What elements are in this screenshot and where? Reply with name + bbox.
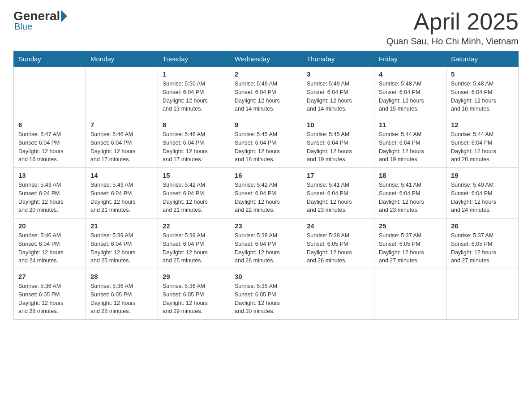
day-number: 18: [379, 171, 442, 179]
calendar-cell: 4Sunrise: 5:48 AM Sunset: 6:04 PM Daylig…: [374, 67, 446, 117]
calendar-cell: [14, 67, 86, 117]
day-number: 25: [379, 222, 442, 230]
page-header: General Blue April 2025 Quan Sau, Ho Chi…: [13, 9, 519, 47]
calendar-cell: 12Sunrise: 5:44 AM Sunset: 6:04 PM Dayli…: [446, 117, 519, 168]
calendar-cell: 24Sunrise: 5:38 AM Sunset: 6:05 PM Dayli…: [302, 218, 374, 269]
day-info: Sunrise: 5:41 AM Sunset: 6:04 PM Dayligh…: [307, 181, 369, 214]
calendar-title: April 2025: [386, 9, 519, 34]
calendar-cell: 20Sunrise: 5:40 AM Sunset: 6:04 PM Dayli…: [14, 218, 86, 269]
day-info: Sunrise: 5:40 AM Sunset: 6:04 PM Dayligh…: [18, 231, 81, 265]
calendar-cell: 7Sunrise: 5:46 AM Sunset: 6:04 PM Daylig…: [86, 117, 158, 168]
day-number: 14: [90, 171, 153, 179]
day-info: Sunrise: 5:46 AM Sunset: 6:04 PM Dayligh…: [163, 130, 225, 164]
day-number: 6: [18, 121, 81, 128]
day-info: Sunrise: 5:45 AM Sunset: 6:04 PM Dayligh…: [235, 130, 297, 164]
calendar-cell: 1Sunrise: 5:50 AM Sunset: 6:04 PM Daylig…: [158, 67, 230, 117]
day-number: 27: [18, 273, 81, 280]
calendar-cell: 27Sunrise: 5:36 AM Sunset: 6:05 PM Dayli…: [14, 269, 86, 320]
day-number: 11: [379, 121, 442, 128]
calendar-cell: 19Sunrise: 5:40 AM Sunset: 6:04 PM Dayli…: [446, 168, 519, 218]
day-number: 2: [235, 70, 297, 78]
calendar-cell: 13Sunrise: 5:43 AM Sunset: 6:04 PM Dayli…: [14, 168, 86, 218]
weekday-header-sunday: Sunday: [14, 51, 86, 67]
calendar-cell: 28Sunrise: 5:36 AM Sunset: 6:05 PM Dayli…: [86, 269, 158, 320]
week-row-4: 20Sunrise: 5:40 AM Sunset: 6:04 PM Dayli…: [14, 218, 519, 269]
calendar-cell: 17Sunrise: 5:41 AM Sunset: 6:04 PM Dayli…: [302, 168, 374, 218]
day-info: Sunrise: 5:37 AM Sunset: 6:05 PM Dayligh…: [451, 231, 514, 265]
calendar-cell: 21Sunrise: 5:39 AM Sunset: 6:04 PM Dayli…: [86, 218, 158, 269]
weekday-header-thursday: Thursday: [302, 51, 374, 67]
day-info: Sunrise: 5:49 AM Sunset: 6:04 PM Dayligh…: [235, 80, 297, 113]
calendar-cell: [446, 269, 519, 320]
day-number: 13: [18, 171, 81, 179]
day-info: Sunrise: 5:41 AM Sunset: 6:04 PM Dayligh…: [379, 181, 442, 214]
calendar-cell: 30Sunrise: 5:35 AM Sunset: 6:05 PM Dayli…: [230, 269, 302, 320]
weekday-header-wednesday: Wednesday: [230, 51, 302, 67]
day-info: Sunrise: 5:42 AM Sunset: 6:04 PM Dayligh…: [163, 181, 225, 214]
day-number: 7: [90, 121, 153, 128]
calendar-cell: 10Sunrise: 5:45 AM Sunset: 6:04 PM Dayli…: [302, 117, 374, 168]
day-info: Sunrise: 5:45 AM Sunset: 6:04 PM Dayligh…: [307, 130, 369, 164]
day-number: 20: [18, 222, 81, 230]
day-number: 17: [307, 171, 369, 179]
day-number: 23: [235, 222, 297, 230]
calendar-cell: 9Sunrise: 5:45 AM Sunset: 6:04 PM Daylig…: [230, 117, 302, 168]
day-info: Sunrise: 5:43 AM Sunset: 6:04 PM Dayligh…: [90, 181, 153, 214]
day-number: 9: [235, 121, 297, 128]
calendar-cell: 11Sunrise: 5:44 AM Sunset: 6:04 PM Dayli…: [374, 117, 446, 168]
day-number: 26: [451, 222, 514, 230]
day-number: 12: [451, 121, 514, 128]
day-info: Sunrise: 5:36 AM Sunset: 6:05 PM Dayligh…: [90, 282, 153, 316]
day-number: 24: [307, 222, 369, 230]
calendar-cell: [302, 269, 374, 320]
week-row-3: 13Sunrise: 5:43 AM Sunset: 6:04 PM Dayli…: [14, 168, 519, 218]
day-number: 8: [163, 121, 225, 128]
day-number: 15: [163, 171, 225, 179]
day-info: Sunrise: 5:47 AM Sunset: 6:04 PM Dayligh…: [18, 130, 81, 164]
day-number: 28: [90, 273, 153, 280]
day-number: 19: [451, 171, 514, 179]
calendar-cell: [374, 269, 446, 320]
day-number: 29: [163, 273, 225, 280]
day-number: 10: [307, 121, 369, 128]
day-info: Sunrise: 5:46 AM Sunset: 6:04 PM Dayligh…: [90, 130, 153, 164]
weekday-header-saturday: Saturday: [446, 51, 519, 67]
day-info: Sunrise: 5:40 AM Sunset: 6:04 PM Dayligh…: [451, 181, 514, 214]
day-number: 22: [163, 222, 225, 230]
day-info: Sunrise: 5:50 AM Sunset: 6:04 PM Dayligh…: [163, 80, 225, 113]
day-number: 5: [451, 70, 514, 78]
day-info: Sunrise: 5:38 AM Sunset: 6:05 PM Dayligh…: [307, 231, 369, 265]
week-row-1: 1Sunrise: 5:50 AM Sunset: 6:04 PM Daylig…: [14, 67, 519, 117]
calendar-cell: 8Sunrise: 5:46 AM Sunset: 6:04 PM Daylig…: [158, 117, 230, 168]
day-number: 3: [307, 70, 369, 78]
calendar-cell: 29Sunrise: 5:36 AM Sunset: 6:05 PM Dayli…: [158, 269, 230, 320]
weekday-header-monday: Monday: [86, 51, 158, 67]
day-info: Sunrise: 5:36 AM Sunset: 6:05 PM Dayligh…: [18, 282, 81, 316]
calendar-cell: 2Sunrise: 5:49 AM Sunset: 6:04 PM Daylig…: [230, 67, 302, 117]
calendar-cell: 25Sunrise: 5:37 AM Sunset: 6:05 PM Dayli…: [374, 218, 446, 269]
day-info: Sunrise: 5:48 AM Sunset: 6:04 PM Dayligh…: [451, 80, 514, 113]
day-info: Sunrise: 5:44 AM Sunset: 6:04 PM Dayligh…: [379, 130, 442, 164]
day-info: Sunrise: 5:38 AM Sunset: 6:04 PM Dayligh…: [235, 231, 297, 265]
title-block: April 2025 Quan Sau, Ho Chi Minh, Vietna…: [386, 9, 519, 47]
calendar-cell: 18Sunrise: 5:41 AM Sunset: 6:04 PM Dayli…: [374, 168, 446, 218]
day-info: Sunrise: 5:37 AM Sunset: 6:05 PM Dayligh…: [379, 231, 442, 265]
calendar-cell: 14Sunrise: 5:43 AM Sunset: 6:04 PM Dayli…: [86, 168, 158, 218]
calendar-location: Quan Sau, Ho Chi Minh, Vietnam: [386, 36, 519, 47]
day-info: Sunrise: 5:42 AM Sunset: 6:04 PM Dayligh…: [235, 181, 297, 214]
day-info: Sunrise: 5:48 AM Sunset: 6:04 PM Dayligh…: [379, 80, 442, 113]
calendar-header-row: SundayMondayTuesdayWednesdayThursdayFrid…: [14, 51, 519, 67]
calendar-cell: 16Sunrise: 5:42 AM Sunset: 6:04 PM Dayli…: [230, 168, 302, 218]
calendar-cell: 15Sunrise: 5:42 AM Sunset: 6:04 PM Dayli…: [158, 168, 230, 218]
day-number: 30: [235, 273, 297, 280]
calendar-cell: 6Sunrise: 5:47 AM Sunset: 6:04 PM Daylig…: [14, 117, 86, 168]
calendar-cell: 23Sunrise: 5:38 AM Sunset: 6:04 PM Dayli…: [230, 218, 302, 269]
day-info: Sunrise: 5:49 AM Sunset: 6:04 PM Dayligh…: [307, 80, 369, 113]
day-number: 4: [379, 70, 442, 78]
calendar-cell: [86, 67, 158, 117]
day-number: 16: [235, 171, 297, 179]
day-info: Sunrise: 5:36 AM Sunset: 6:05 PM Dayligh…: [163, 282, 225, 316]
day-info: Sunrise: 5:39 AM Sunset: 6:04 PM Dayligh…: [163, 231, 225, 265]
logo-arrow-icon: [61, 10, 67, 22]
weekday-header-tuesday: Tuesday: [158, 51, 230, 67]
